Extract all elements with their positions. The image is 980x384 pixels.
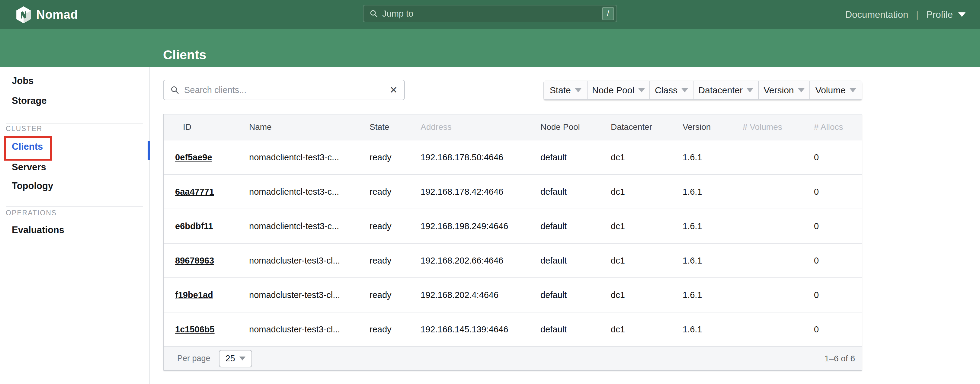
filter-dropdown-version[interactable]: Version bbox=[759, 81, 810, 99]
client-id-link[interactable]: e6bdbf11 bbox=[175, 221, 213, 231]
table-row[interactable]: f19be1adnomadcluster-test3-cl...ready192… bbox=[164, 278, 862, 312]
column-header-name[interactable]: Name bbox=[249, 122, 369, 132]
filter-label: Version bbox=[764, 85, 794, 96]
filter-dropdown-volume[interactable]: Volume bbox=[810, 81, 862, 99]
column-header-allocs: # Allocs bbox=[814, 122, 862, 132]
sidebar-item-evaluations[interactable]: Evaluations bbox=[12, 225, 64, 236]
cell-version: 1.6.1 bbox=[682, 290, 743, 300]
brand-name: Nomad bbox=[36, 8, 78, 21]
chevron-down-icon bbox=[747, 88, 753, 92]
chevron-down-icon bbox=[681, 88, 688, 92]
chevron-down-icon bbox=[798, 88, 805, 92]
cell-state: ready bbox=[369, 153, 420, 163]
table-header-row: IDNameStateAddressNode PoolDatacenterVer… bbox=[164, 115, 862, 140]
cell-version: 1.6.1 bbox=[682, 187, 743, 197]
cell-allocs: 0 bbox=[814, 221, 862, 231]
chevron-down-icon bbox=[958, 13, 966, 17]
cell-version: 1.6.1 bbox=[682, 153, 743, 163]
table-body: 0ef5ae9enomadclientcl-test3-c...ready192… bbox=[164, 140, 862, 347]
search-clients-input[interactable] bbox=[184, 85, 390, 96]
cell-node_pool: default bbox=[541, 325, 611, 335]
column-header-node_pool[interactable]: Node Pool bbox=[541, 122, 611, 132]
sidebar-item-storage[interactable]: Storage bbox=[12, 96, 46, 106]
cell-address: 192.168.202.4:4646 bbox=[420, 290, 541, 300]
cell-name: nomadcluster-test3-cl... bbox=[249, 325, 369, 335]
chevron-down-icon bbox=[239, 357, 245, 360]
per-page-label: Per page bbox=[177, 354, 210, 363]
cell-id: 1c1506b5 bbox=[164, 325, 249, 335]
filter-dropdown-state[interactable]: State bbox=[544, 81, 587, 99]
table-row[interactable]: 89678963nomadcluster-test3-cl...ready192… bbox=[164, 244, 862, 278]
topbar-right: Documentation | Profile bbox=[845, 0, 966, 29]
column-header-datacenter[interactable]: Datacenter bbox=[611, 122, 682, 132]
cell-address: 192.168.178.42:4646 bbox=[420, 187, 541, 197]
table-row[interactable]: 0ef5ae9enomadclientcl-test3-c...ready192… bbox=[164, 140, 862, 175]
sidebar-item-topology[interactable]: Topology bbox=[12, 180, 53, 191]
profile-menu-button[interactable]: Profile bbox=[926, 10, 966, 20]
cell-datacenter: dc1 bbox=[611, 290, 682, 300]
column-header-id[interactable]: ID bbox=[164, 122, 249, 132]
clients-table: IDNameStateAddressNode PoolDatacenterVer… bbox=[163, 114, 862, 371]
column-header-state[interactable]: State bbox=[369, 122, 420, 132]
cell-state: ready bbox=[369, 290, 420, 300]
per-page-value: 25 bbox=[225, 354, 235, 363]
sidebar-item-jobs[interactable]: Jobs bbox=[12, 75, 33, 86]
cell-name: nomadclientcl-test3-c... bbox=[249, 187, 369, 197]
jump-to-search[interactable]: Jump to / bbox=[363, 5, 617, 22]
nomad-ui: Nomad Jump to / Documentation | Profile … bbox=[0, 0, 980, 384]
per-page-select[interactable]: 25 bbox=[219, 350, 252, 367]
column-header-volumes: # Volumes bbox=[743, 122, 814, 132]
sidebar-divider bbox=[6, 123, 143, 123]
cell-node_pool: default bbox=[541, 256, 611, 266]
cell-name: nomadcluster-test3-cl... bbox=[249, 256, 369, 266]
pagination-range: 1–6 of 6 bbox=[824, 354, 855, 363]
cell-node_pool: default bbox=[541, 153, 611, 163]
filter-dropdown-datacenter[interactable]: Datacenter bbox=[694, 81, 759, 99]
cell-state: ready bbox=[369, 221, 420, 231]
keyboard-shortcut-badge: / bbox=[602, 7, 614, 20]
cell-address: 192.168.145.139:4646 bbox=[420, 325, 541, 335]
cell-id: 6aa47771 bbox=[164, 187, 249, 197]
search-icon bbox=[369, 10, 378, 18]
chevron-down-icon bbox=[575, 88, 581, 92]
sidebar-section-operations: OPERATIONS bbox=[6, 209, 57, 217]
cell-id: e6bdbf11 bbox=[164, 221, 249, 231]
filter-bar: StateNode PoolClassDatacenterVersionVolu… bbox=[543, 81, 862, 100]
table-row[interactable]: 1c1506b5nomadcluster-test3-cl...ready192… bbox=[164, 312, 862, 347]
clients-search-box: ✕ bbox=[163, 80, 405, 100]
cell-version: 1.6.1 bbox=[682, 256, 743, 266]
cell-id: 89678963 bbox=[164, 256, 249, 266]
client-id-link[interactable]: f19be1ad bbox=[175, 290, 213, 300]
filter-label: State bbox=[550, 85, 571, 96]
jump-to-placeholder: Jump to bbox=[382, 9, 602, 19]
sidebar-item-servers[interactable]: Servers bbox=[12, 162, 46, 173]
filter-dropdown-class[interactable]: Class bbox=[650, 81, 694, 99]
cell-name: nomadclientcl-test3-c... bbox=[249, 153, 369, 163]
client-id-link[interactable]: 6aa47771 bbox=[175, 187, 214, 196]
filter-label: Node Pool bbox=[592, 85, 634, 96]
sidebar-item-clients[interactable]: Clients bbox=[12, 141, 43, 152]
table-row[interactable]: e6bdbf11nomadclientcl-test3-c...ready192… bbox=[164, 209, 862, 244]
filter-label: Volume bbox=[815, 85, 846, 96]
sidebar-divider bbox=[6, 207, 143, 207]
cell-state: ready bbox=[369, 325, 420, 335]
nomad-home-link[interactable]: Nomad bbox=[16, 0, 78, 29]
client-id-link[interactable]: 0ef5ae9e bbox=[175, 153, 212, 162]
filter-dropdown-node-pool[interactable]: Node Pool bbox=[587, 81, 650, 99]
filter-label: Class bbox=[655, 85, 678, 96]
table-row[interactable]: 6aa47771nomadclientcl-test3-c...ready192… bbox=[164, 175, 862, 209]
cell-datacenter: dc1 bbox=[611, 221, 682, 231]
page-header: Clients bbox=[0, 29, 980, 67]
page-title: Clients bbox=[163, 48, 206, 61]
column-header-address: Address bbox=[420, 122, 541, 132]
cell-name: nomadclientcl-test3-c... bbox=[249, 221, 369, 231]
client-id-link[interactable]: 1c1506b5 bbox=[175, 325, 215, 334]
cell-datacenter: dc1 bbox=[611, 325, 682, 335]
cell-node_pool: default bbox=[541, 187, 611, 197]
documentation-link[interactable]: Documentation bbox=[845, 10, 908, 20]
column-header-version[interactable]: Version bbox=[682, 122, 743, 132]
client-id-link[interactable]: 89678963 bbox=[175, 256, 214, 265]
cell-allocs: 0 bbox=[814, 325, 862, 335]
chevron-down-icon bbox=[638, 88, 645, 92]
clear-search-button[interactable]: ✕ bbox=[390, 85, 398, 95]
